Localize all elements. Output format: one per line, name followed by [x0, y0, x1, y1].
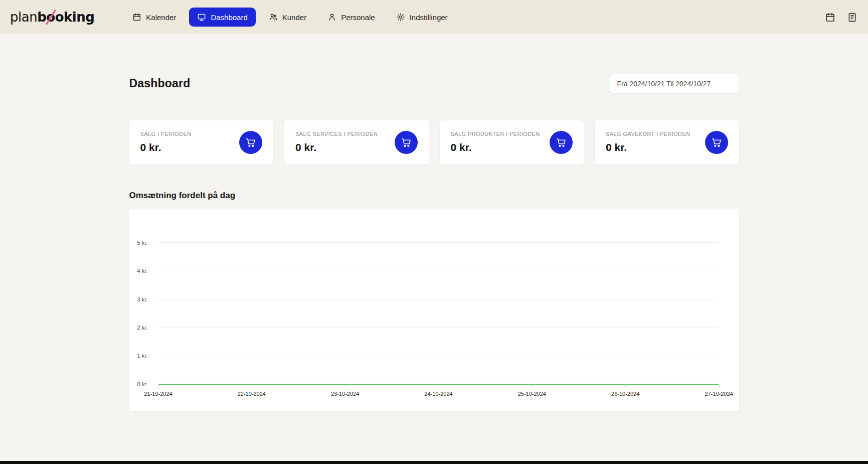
x-tick [532, 385, 533, 387]
gridline [158, 356, 719, 356]
gridline [158, 299, 719, 299]
x-tick-label: 24-10-2024 [424, 391, 452, 397]
nav-item-indstillinger[interactable]: Indstillinger [388, 8, 456, 27]
topbar-actions [824, 11, 858, 23]
y-axis-tick: 2 kr. [137, 325, 719, 331]
y-axis-tick: 3 kr. [137, 296, 719, 302]
main-nav: Kalender Dashboard Kunder Personale Inds… [124, 8, 455, 27]
gridline [158, 242, 719, 243]
revenue-chart: 5 kr. 4 kr. 3 kr. 2 kr. 1 kr. 0 kr. [129, 209, 739, 411]
x-tick-label: 23-10-2024 [331, 391, 359, 397]
nav-item-kunder[interactable]: Kunder [261, 8, 314, 27]
nav-item-label: Indstillinger [410, 13, 448, 22]
y-tick-label: 3 kr. [137, 296, 158, 302]
main-content: Dashboard SALG I PERIODEN 0 kr. SALG SER… [129, 34, 739, 411]
x-tick [158, 385, 159, 387]
gridline [158, 328, 719, 328]
daterange-input[interactable] [610, 74, 739, 94]
cart-icon [395, 131, 418, 154]
stat-card-label: SALG I PERIODEN [140, 131, 192, 137]
stat-card-label: SALG SERVICES I PERIODEN [295, 131, 378, 137]
calendar-icon [132, 13, 141, 22]
y-tick-label: 0 kr. [137, 381, 158, 387]
nav-item-label: Personale [341, 13, 375, 22]
nav-item-label: Kalender [146, 13, 176, 22]
x-axis-ticks [158, 384, 719, 387]
stat-card-value: 0 kr. [451, 141, 540, 153]
brand-logo-bold-pre: b [37, 10, 46, 25]
users-icon [269, 13, 278, 22]
x-tick [345, 385, 345, 387]
cart-icon [705, 131, 728, 154]
y-tick-label: 2 kr. [137, 325, 158, 331]
stat-card-text: SALG SERVICES I PERIODEN 0 kr. [295, 131, 378, 153]
x-tick-label: 22-10-2024 [238, 391, 266, 397]
x-tick [719, 385, 720, 387]
stat-cards: SALG I PERIODEN 0 kr. SALG SERVICES I PE… [129, 120, 739, 165]
stat-card-text: SALG PRODUKTER I PERIODEN 0 kr. [451, 131, 540, 153]
brand-logo-bold-post: oking [55, 10, 95, 25]
nav-item-personale[interactable]: Personale [319, 8, 383, 27]
brand-logo-light: plan [10, 10, 37, 25]
nav-item-label: Kunder [282, 13, 306, 22]
brand-logo[interactable]: planbooking [10, 10, 94, 25]
chart-plot-area: 5 kr. 4 kr. 3 kr. 2 kr. 1 kr. 0 kr. [137, 243, 719, 384]
stat-card-salg-produkter: SALG PRODUKTER I PERIODEN 0 kr. [440, 120, 584, 165]
stat-card-value: 0 kr. [606, 141, 690, 153]
gear-icon [396, 13, 405, 22]
cart-icon [550, 131, 573, 154]
window-bottom-edge [0, 461, 868, 464]
stat-card-value: 0 kr. [295, 141, 378, 153]
stat-card-text: SALG I PERIODEN 0 kr. [140, 131, 192, 153]
chart-section-title: Omsætning fordelt på dag [129, 191, 739, 201]
topbar: planbooking Kalender Dashboard Kunder Pe… [0, 0, 868, 34]
stat-card-label: SALG PRODUKTER I PERIODEN [451, 131, 540, 137]
brand-logo-slashed-o: o [46, 10, 55, 25]
journal-icon-button[interactable] [846, 11, 858, 23]
gridline [158, 271, 719, 271]
y-tick-label: 5 kr. [137, 240, 158, 246]
x-tick-label: 26-10-2024 [611, 391, 639, 397]
x-tick-label: 21-10-2024 [144, 391, 172, 397]
y-tick-label: 1 kr. [137, 353, 158, 359]
stat-card-text: SALG GAVEKORT I PERIODEN 0 kr. [606, 131, 690, 153]
user-icon [327, 13, 336, 22]
page-title: Dashboard [129, 77, 191, 90]
nav-item-label: Dashboard [211, 13, 247, 22]
x-tick-label: 25-10-2024 [518, 391, 546, 397]
x-tick-label: 27-10-2024 [705, 391, 733, 397]
stat-card-salg: SALG I PERIODEN 0 kr. [129, 120, 274, 165]
nav-item-kalender[interactable]: Kalender [124, 8, 184, 27]
y-tick-label: 4 kr. [137, 268, 158, 274]
y-axis-tick: 1 kr. [137, 353, 719, 359]
calendar-icon-button[interactable] [824, 11, 836, 23]
x-tick [252, 385, 252, 387]
cart-icon [239, 131, 262, 154]
stat-card-salg-services: SALG SERVICES I PERIODEN 0 kr. [284, 120, 429, 165]
stat-card-label: SALG GAVEKORT I PERIODEN [606, 131, 690, 137]
page-header: Dashboard [129, 69, 739, 98]
x-tick [439, 385, 439, 387]
y-axis-tick: 4 kr. [137, 268, 719, 274]
x-axis-labels: 21-10-2024 22-10-2024 23-10-2024 24-10-2… [158, 391, 719, 399]
stat-card-value: 0 kr. [140, 141, 192, 153]
nav-item-dashboard[interactable]: Dashboard [189, 8, 255, 27]
y-axis-tick: 5 kr. [137, 240, 719, 246]
stat-card-salg-gavekort: SALG GAVEKORT I PERIODEN 0 kr. [595, 120, 739, 165]
x-tick [625, 385, 626, 387]
monitor-icon [197, 13, 206, 22]
